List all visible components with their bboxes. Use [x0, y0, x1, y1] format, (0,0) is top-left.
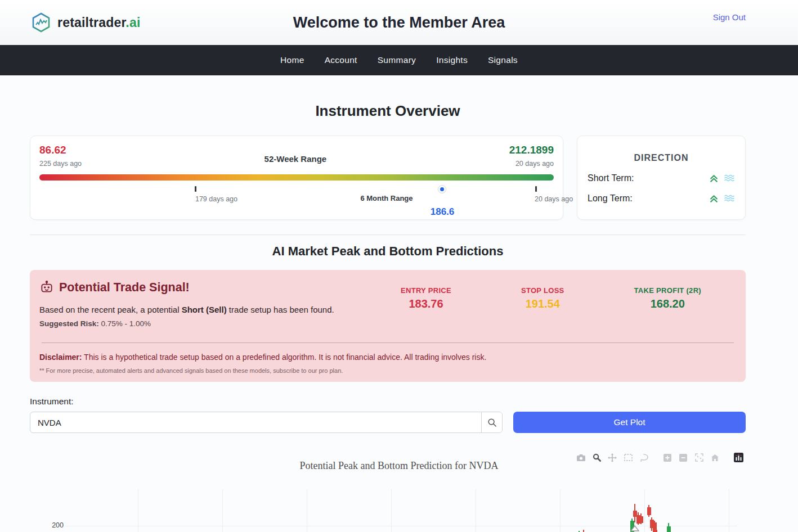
alert-fine-print: ** For more precise, automated alerts an… [39, 367, 736, 374]
range-high-value: 212.1899 [509, 144, 554, 156]
search-icon [487, 418, 497, 427]
nav-item-insights[interactable]: Insights [436, 55, 468, 65]
instrument-input[interactable] [30, 418, 481, 427]
waves-icon [724, 193, 735, 203]
main-nav: HomeAccountSummaryInsightsSignals [0, 45, 798, 75]
app-header: retailtrader.ai Welcome to the Member Ar… [0, 0, 798, 45]
direction-heading: DIRECTION [588, 153, 735, 163]
current-price-dot [438, 185, 446, 193]
nav-item-home[interactable]: Home [280, 55, 304, 65]
section-divider [30, 235, 746, 235]
candle-body [667, 526, 671, 532]
alert-body: Based on the recent peak, a potential Sh… [39, 305, 366, 314]
chart-plot-area[interactable]: 200 [0, 435, 798, 532]
range-tick-2-caption: 20 days ago [535, 195, 573, 203]
direction-row-short-term: Short Term: [588, 173, 735, 183]
metric-value: 191.54 [521, 297, 564, 310]
direction-row-label: Short Term: [588, 173, 709, 183]
instrument-label: Instrument: [30, 396, 746, 407]
metric-stop-loss: STOP LOSS191.54 [521, 286, 564, 328]
instrument-search [30, 412, 503, 433]
metric-value: 168.20 [634, 297, 701, 310]
signals-heading: AI Market Peak and Bottom Predictions [30, 244, 746, 259]
range-high-caption: 20 days ago [509, 160, 554, 168]
range-title: 52-Week Range [264, 154, 327, 164]
metric-label: TAKE PROFIT (2R) [634, 286, 701, 295]
metric-label: ENTRY PRICE [401, 286, 451, 295]
direction-row-label: Long Term: [588, 193, 709, 204]
brand-logo-icon [32, 12, 51, 33]
alert-disclaimer: Disclaimer: This is a hypothetical trade… [39, 353, 736, 362]
get-plot-button[interactable]: Get Plot [513, 412, 746, 433]
brand-name: retailtrader.ai [57, 15, 140, 30]
nav-item-signals[interactable]: Signals [488, 55, 518, 65]
waves-icon [724, 173, 735, 183]
range-low-value: 86.62 [39, 144, 82, 156]
trade-signal-alert: Potential Trade Signal! Based on the rec… [30, 270, 746, 382]
current-price-value: 186.6 [431, 206, 455, 218]
direction-row-long-term: Long Term: [588, 193, 735, 204]
double-chevron-up-icon [709, 193, 719, 204]
fifty-two-week-range-bar [39, 174, 554, 181]
y-axis-tick-label: 200 [47, 521, 64, 529]
sign-out-link[interactable]: Sign Out [713, 12, 746, 22]
nav-item-account[interactable]: Account [325, 55, 357, 65]
metric-value: 183.76 [401, 297, 451, 310]
alert-divider [42, 342, 734, 343]
alert-title: Potential Trade Signal! [59, 281, 190, 295]
metric-entry-price: ENTRY PRICE183.76 [401, 286, 451, 328]
robot-icon [39, 280, 54, 295]
range-card: 86.62 225 days ago 52-Week Range 212.189… [30, 136, 563, 220]
metric-label: STOP LOSS [521, 286, 564, 295]
six-month-range-label: 6 Month Range [360, 194, 413, 202]
candle-wick [583, 530, 584, 532]
search-button[interactable] [481, 412, 502, 432]
overview-heading: Instrument Overview [30, 102, 746, 120]
nav-item-summary[interactable]: Summary [378, 55, 416, 65]
range-tick-1-caption: 179 days ago [195, 195, 237, 203]
direction-card: DIRECTION Short Term:Long Term: [577, 136, 746, 220]
brand[interactable]: retailtrader.ai [32, 12, 140, 33]
double-chevron-up-icon [709, 173, 719, 183]
range-tick-1 [195, 186, 196, 192]
range-low-caption: 225 days ago [39, 160, 82, 168]
range-tick-2 [535, 186, 537, 192]
candle-body [647, 507, 651, 515]
alert-risk: Suggested Risk: 0.75% - 1.00% [39, 319, 366, 328]
prediction-chart: Potential Peak and Bottom Prediction for… [0, 435, 798, 532]
candle-body [639, 516, 643, 523]
metric-take-profit-2r-: TAKE PROFIT (2R)168.20 [634, 286, 701, 328]
